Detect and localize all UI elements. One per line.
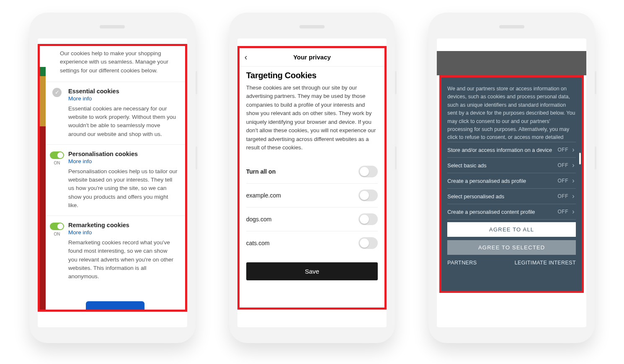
section-desc: Essential cookies are necessary for our … xyxy=(68,105,178,138)
chevron-right-icon: › xyxy=(571,161,576,169)
status-off: OFF xyxy=(558,178,569,184)
section-desc: Personalisation cookies help us to tailo… xyxy=(68,167,178,210)
purpose-row[interactable]: Store and/or access information on a dev… xyxy=(447,142,576,157)
phone-mockup-3: We and our partners store or access info… xyxy=(428,13,595,343)
chevron-right-icon: › xyxy=(571,192,576,200)
cookie-section-essential: ✓ Essential cookies More info Essential … xyxy=(46,82,185,144)
header-bar: ‹ Your privacy xyxy=(240,48,385,67)
purpose-row[interactable]: Select personalised ads OFF › xyxy=(447,188,576,204)
toggle-on-label: ON xyxy=(54,161,60,165)
row-label: cats.com xyxy=(246,240,270,246)
toggle-row: cats.com xyxy=(246,231,378,255)
toggle-row: example.com xyxy=(246,184,378,208)
toggle-switch[interactable] xyxy=(358,237,378,249)
consent-intro: We and our partners store or access info… xyxy=(447,85,576,139)
status-off: OFF xyxy=(558,162,569,168)
row-label: Turn all on xyxy=(246,168,276,175)
toggle-on-label: ON xyxy=(54,232,60,236)
toggle-switch[interactable] xyxy=(358,213,378,225)
status-off: OFF xyxy=(558,193,569,199)
toggle-switch[interactable] xyxy=(358,190,378,201)
agree-all-button[interactable]: AGREE TO ALL xyxy=(447,222,576,237)
highlight-box: Our cookies help to make your shopping e… xyxy=(38,44,187,312)
phone-mockup-1: Our cookies help to make your shopping e… xyxy=(29,13,196,343)
section-title: Remarketing cookies xyxy=(68,222,178,228)
side-button xyxy=(196,146,197,169)
purpose-label: Store and/or access information on a dev… xyxy=(447,147,555,153)
chevron-right-icon: › xyxy=(571,177,576,185)
footer-links: PARTNERS LEGITIMATE INTEREST xyxy=(441,258,582,270)
row-label: dogs.com xyxy=(246,216,272,223)
save-button[interactable] xyxy=(86,301,144,310)
toggle-row: dogs.com xyxy=(246,208,378,231)
section-title: Essential cookies xyxy=(68,88,178,95)
save-button[interactable]: Save xyxy=(246,262,378,280)
toggle-switch[interactable] xyxy=(358,166,378,177)
section-desc: Remarketing cookies record what you've f… xyxy=(68,238,178,281)
cookie-section-remarketing: ON Remarketing cookies More info Remarke… xyxy=(46,215,185,287)
more-info-link[interactable]: More info xyxy=(68,95,92,102)
toggle-row-all: Turn all on xyxy=(246,160,378,184)
section-title: Personalisation cookies xyxy=(68,151,178,157)
partners-link[interactable]: PARTNERS xyxy=(447,260,477,266)
purpose-row[interactable]: Create a personalised content profile OF… xyxy=(447,204,576,220)
phone-screen: Our cookies help to make your shopping e… xyxy=(38,38,187,327)
background-bar xyxy=(437,51,586,75)
purpose-row[interactable]: Create a personalised ads profile OFF › xyxy=(447,173,576,188)
intro-text: Our cookies help to make your shopping e… xyxy=(46,46,185,82)
highlight-box: We and our partners store or access info… xyxy=(439,75,584,293)
purpose-label: Select basic ads xyxy=(447,162,555,169)
phone-mockup-2: ‹ Your privacy Targeting Cookies These c… xyxy=(229,13,395,343)
toggle-switch[interactable] xyxy=(50,223,64,230)
purpose-label: Create a personalised ads profile xyxy=(447,178,555,184)
agree-selected-button[interactable]: AGREE TO SELECTED xyxy=(447,240,576,255)
status-off: OFF xyxy=(558,209,569,215)
phone-screen: We and our partners store or access info… xyxy=(437,38,586,327)
page-heading: Targeting Cookies xyxy=(246,71,378,80)
side-button xyxy=(196,71,197,94)
phone-screen: ‹ Your privacy Targeting Cookies These c… xyxy=(237,38,387,327)
side-button xyxy=(595,71,596,94)
phone-speaker xyxy=(499,25,524,28)
phone-speaker xyxy=(299,25,325,28)
scrollbar-indicator[interactable] xyxy=(579,153,581,164)
status-off: OFF xyxy=(558,147,569,153)
cookie-section-personalisation: ON Personalisation cookies More info Per… xyxy=(46,144,185,215)
phone-speaker xyxy=(100,25,125,28)
highlight-box: ‹ Your privacy Targeting Cookies These c… xyxy=(237,46,387,310)
chevron-right-icon: › xyxy=(571,146,576,154)
legitimate-interest-link[interactable]: LEGITIMATE INTEREST xyxy=(515,260,576,266)
chevron-right-icon: › xyxy=(571,208,576,215)
more-info-link[interactable]: More info xyxy=(68,229,92,236)
purpose-label: Select personalised ads xyxy=(447,193,555,200)
side-button xyxy=(595,146,596,169)
toggle-switch[interactable] xyxy=(50,151,64,159)
row-label: example.com xyxy=(246,192,281,199)
more-info-link[interactable]: More info xyxy=(68,158,92,164)
cookie-settings-sheet: Our cookies help to make your shopping e… xyxy=(46,46,185,310)
check-icon: ✓ xyxy=(52,88,62,97)
description-text: These cookies are set through our site b… xyxy=(246,84,378,152)
purpose-row[interactable]: Select basic ads OFF › xyxy=(447,157,576,173)
side-button xyxy=(395,71,397,94)
purpose-label: Create a personalised content profile xyxy=(447,209,555,215)
side-button xyxy=(395,146,397,169)
header-title: Your privacy xyxy=(245,54,380,61)
